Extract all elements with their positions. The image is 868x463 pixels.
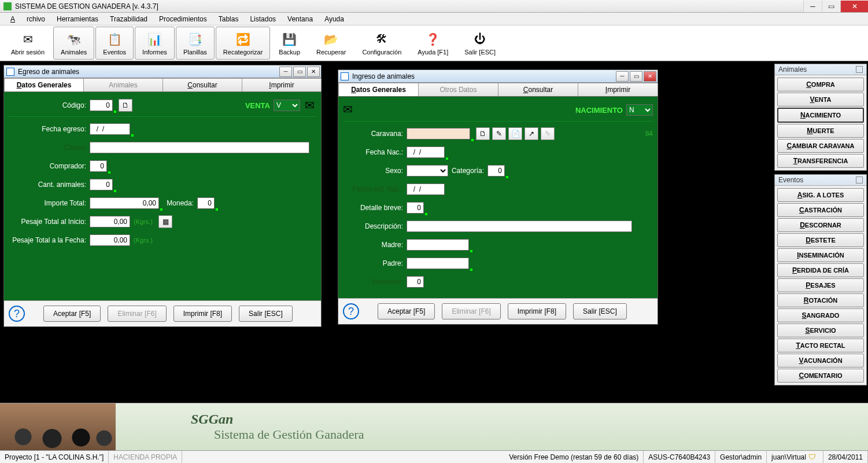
sexo-select[interactable] xyxy=(407,165,448,177)
toolbar-ayuda-f-[interactable]: ❓Ayuda [F1] xyxy=(410,27,456,60)
panel-collapse-icon[interactable] xyxy=(856,177,863,183)
eventos-btn-servicio[interactable]: SERVICIO xyxy=(777,324,864,337)
ingreso-maximize[interactable]: ▭ xyxy=(630,71,642,82)
toolbar-animales[interactable]: 🐄Animales xyxy=(53,27,94,60)
caravana-new-icon[interactable]: 🗋 xyxy=(476,127,490,140)
descripcion-input[interactable] xyxy=(407,221,632,232)
egreso-minimize[interactable]: ─ xyxy=(279,67,292,77)
cant-animales-input[interactable] xyxy=(90,179,113,190)
imprimir-button[interactable]: Imprimir [F8] xyxy=(508,303,566,319)
toolbar-abrir-sesi-n[interactable]: ✉Abrir sesión xyxy=(3,27,52,60)
detalle-input[interactable] xyxy=(407,202,424,214)
tab-consultar[interactable]: Consultar xyxy=(162,78,242,91)
menu-trazabilidad[interactable]: Trazabilidad xyxy=(104,14,153,24)
animales-btn-muerte[interactable]: MUERTE xyxy=(777,124,864,138)
fechanac-input[interactable] xyxy=(407,146,445,158)
comprador-input[interactable] xyxy=(90,160,107,172)
window-close[interactable]: ✕ xyxy=(840,1,868,12)
toolbar-recuperar[interactable]: 📂Recuperar xyxy=(309,27,353,60)
aceptar-button[interactable]: Aceptar [F5] xyxy=(43,306,101,322)
mail-icon[interactable]: ✉ xyxy=(302,99,316,112)
eventos-btn-destete[interactable]: DESTETE xyxy=(777,233,864,247)
panel-collapse-icon[interactable] xyxy=(856,66,863,73)
pesaje-fecha-input[interactable] xyxy=(90,234,130,246)
importe-total-input[interactable] xyxy=(90,197,159,209)
pesaje-inicio-input[interactable] xyxy=(90,216,130,227)
toolbar-informes[interactable]: 📊Informes xyxy=(135,27,175,60)
toolbar-backup[interactable]: 💾Backup xyxy=(271,27,308,60)
tab-imprimir[interactable]: Imprimir xyxy=(578,83,658,96)
tab-imprimir[interactable]: Imprimir xyxy=(242,78,322,91)
caravana-input[interactable] xyxy=(407,128,470,139)
toolbar-icon: 📂 xyxy=(323,31,339,47)
pesaje-calc-button[interactable]: ▦ xyxy=(158,215,172,228)
eventos-btn-vacunaci-n[interactable]: VACUNACIÓN xyxy=(777,354,864,368)
moneda-input[interactable] xyxy=(197,197,215,209)
ingreso-titlebar[interactable]: Ingreso de animales ─ ▭ ✕ xyxy=(338,70,658,83)
mail-icon[interactable]: ✉ xyxy=(343,102,358,117)
footer-banner: SGGan Sistema de Gestión Ganadera xyxy=(0,403,868,450)
fechaest-input[interactable] xyxy=(407,183,445,195)
animales-btn-venta[interactable]: VENTA xyxy=(777,93,864,106)
eventos-btn-tacto-rectal[interactable]: TACTO RECTAL xyxy=(777,339,864,352)
eventos-btn-comentario[interactable]: COMENTARIO xyxy=(777,369,864,383)
tab-datos-generales[interactable]: Datos Generales xyxy=(4,78,84,91)
toolbar-recategorizar[interactable]: 🔁Recategorizar xyxy=(216,27,270,60)
causa-input[interactable] xyxy=(90,142,309,153)
codigo-new-button[interactable]: 🗋 xyxy=(119,99,132,112)
aceptar-button[interactable]: Aceptar [F5] xyxy=(378,303,435,319)
vendedor-input[interactable] xyxy=(407,276,424,288)
fecha-egreso-input[interactable] xyxy=(90,123,130,135)
salir-button[interactable]: Salir [ESC] xyxy=(239,306,293,322)
caravana-list-icon[interactable]: 📄 xyxy=(508,127,522,140)
imprimir-button[interactable]: Imprimir [F8] xyxy=(173,306,232,322)
ingreso-minimize[interactable]: ─ xyxy=(616,71,629,82)
salir-button[interactable]: Salir [ESC] xyxy=(573,303,627,319)
eventos-btn-perdida-de-cr-a[interactable]: PERDIDA DE CRÍA xyxy=(777,263,864,277)
categoria-input[interactable] xyxy=(487,165,505,177)
eventos-btn-castraci-n[interactable]: CASTRACIÓN xyxy=(777,203,864,217)
animales-btn-transferencia[interactable]: TRANSFERENCIA xyxy=(777,154,864,168)
menu-procedimientos[interactable]: Procedimientos xyxy=(153,14,213,24)
menu-tablas[interactable]: Tablas xyxy=(213,14,245,24)
padre-input[interactable] xyxy=(407,258,469,269)
toolbar-eventos[interactable]: 📋Eventos xyxy=(95,27,134,60)
animales-btn-nacimiento[interactable]: NACIMIENTO xyxy=(777,108,864,123)
menu-ventana[interactable]: Ventana xyxy=(282,14,319,24)
menu-archivo[interactable]: Archivo xyxy=(5,14,51,24)
toolbar-salir-esc-[interactable]: ⏻Salir [ESC] xyxy=(457,27,503,60)
tab-otros-datos[interactable]: Otros Datos xyxy=(418,83,498,96)
tab-animales[interactable]: Animales xyxy=(83,78,163,91)
window-minimize[interactable]: ─ xyxy=(803,1,822,12)
madre-input[interactable] xyxy=(407,239,469,251)
eventos-btn-inseminaci-n[interactable]: INSEMINACIÓN xyxy=(777,248,864,262)
eventos-btn-descornar[interactable]: DESCORNAR xyxy=(777,218,864,232)
animales-btn-compra[interactable]: COMPRA xyxy=(777,78,864,91)
help-icon[interactable]: ? xyxy=(343,303,359,319)
caravana-transfer-icon[interactable]: ↗ xyxy=(525,127,538,140)
menu-listados[interactable]: Listados xyxy=(244,14,282,24)
toolbar-configuraci-n[interactable]: 🛠Configuración xyxy=(354,27,409,60)
window-maximize[interactable]: ▭ xyxy=(822,1,840,12)
egreso-close[interactable]: ✕ xyxy=(307,67,320,77)
menu-ayuda[interactable]: Ayuda xyxy=(319,14,350,24)
caravana-clear-icon[interactable]: ✎ xyxy=(541,127,555,140)
egreso-maximize[interactable]: ▭ xyxy=(293,67,306,77)
eliminar-button: Eliminar [F6] xyxy=(442,303,500,319)
eventos-btn-rotaci-n[interactable]: ROTACIÓN xyxy=(777,293,864,307)
tab-datos-generales[interactable]: Datos Generales xyxy=(338,83,419,96)
venta-select[interactable]: V xyxy=(274,100,300,111)
codigo-input[interactable] xyxy=(90,100,113,111)
menu-herramientas[interactable]: Herramientas xyxy=(51,14,104,24)
egreso-titlebar[interactable]: Egreso de animales ─ ▭ ✕ xyxy=(4,65,321,78)
tab-consultar[interactable]: Consultar xyxy=(498,83,578,96)
animales-btn-cambiar-caravana[interactable]: CAMBIAR CARAVANA xyxy=(777,139,864,153)
caravana-edit-icon[interactable]: ✎ xyxy=(492,127,506,140)
ingreso-close[interactable]: ✕ xyxy=(644,71,656,82)
nacimiento-select[interactable]: N xyxy=(626,104,653,116)
help-icon[interactable]: ? xyxy=(9,306,25,322)
eventos-btn-sangrado[interactable]: SANGRADO xyxy=(777,308,864,322)
toolbar-planillas[interactable]: 📑Planillas xyxy=(176,27,215,60)
eventos-btn-asig-a-lotes[interactable]: ASIG. A LOTES xyxy=(777,188,864,202)
eventos-btn-pesajes[interactable]: PESAJES xyxy=(777,278,864,292)
